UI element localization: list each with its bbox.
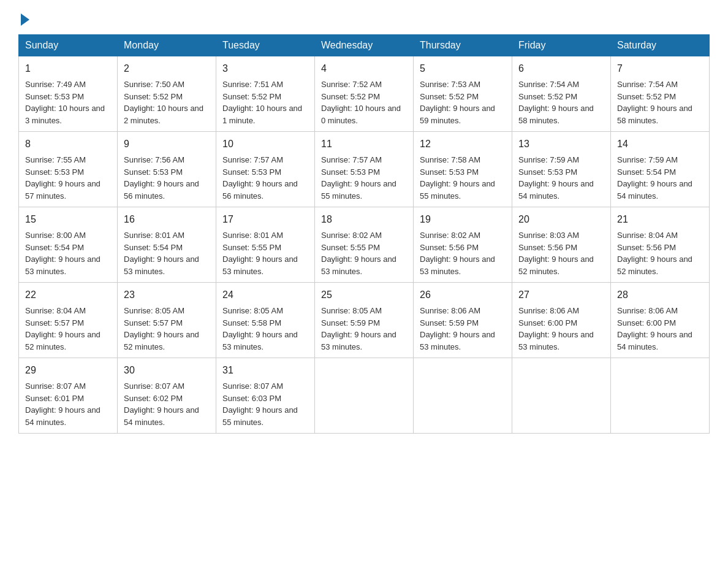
calendar-cell: 11Sunrise: 7:57 AMSunset: 5:53 PMDayligh…: [315, 132, 414, 207]
header-cell-wednesday: Wednesday: [315, 35, 414, 56]
day-number: 31: [222, 363, 308, 378]
day-number: 13: [518, 137, 604, 151]
calendar-week-row: 1Sunrise: 7:49 AMSunset: 5:53 PMDaylight…: [19, 56, 710, 132]
day-number: 26: [420, 288, 506, 302]
calendar-cell: 12Sunrise: 7:58 AMSunset: 5:53 PMDayligh…: [414, 132, 512, 207]
calendar-cell: 7Sunrise: 7:54 AMSunset: 5:52 PMDaylight…: [611, 56, 710, 132]
calendar-cell: [611, 358, 710, 434]
calendar-cell: 8Sunrise: 7:55 AMSunset: 5:53 PMDaylight…: [19, 132, 118, 207]
day-number: 10: [222, 137, 308, 151]
calendar-cell: 30Sunrise: 8:07 AMSunset: 6:02 PMDayligh…: [118, 358, 216, 434]
calendar-cell: 19Sunrise: 8:02 AMSunset: 5:56 PMDayligh…: [414, 207, 512, 283]
day-number: 15: [25, 212, 111, 227]
day-number: 8: [25, 137, 111, 151]
calendar-table: SundayMondayTuesdayWednesdayThursdayFrid…: [18, 34, 710, 434]
calendar-cell: [512, 358, 611, 434]
calendar-cell: 10Sunrise: 7:57 AMSunset: 5:53 PMDayligh…: [216, 132, 315, 207]
calendar-cell: 31Sunrise: 8:07 AMSunset: 6:03 PMDayligh…: [216, 358, 315, 434]
day-number: 14: [617, 137, 703, 151]
calendar-cell: 28Sunrise: 8:06 AMSunset: 6:00 PMDayligh…: [611, 283, 710, 358]
calendar-cell: 3Sunrise: 7:51 AMSunset: 5:52 PMDaylight…: [216, 56, 315, 132]
calendar-cell: 6Sunrise: 7:54 AMSunset: 5:52 PMDaylight…: [512, 56, 611, 132]
day-number: 1: [25, 61, 111, 76]
day-number: 11: [321, 137, 407, 151]
day-number: 23: [124, 288, 210, 302]
day-number: 6: [518, 61, 604, 76]
day-number: 30: [124, 363, 210, 378]
calendar-cell: 5Sunrise: 7:53 AMSunset: 5:52 PMDaylight…: [414, 56, 512, 132]
calendar-week-row: 22Sunrise: 8:04 AMSunset: 5:57 PMDayligh…: [19, 283, 710, 358]
logo: [18, 12, 29, 22]
logo-arrow-icon: [21, 13, 29, 26]
day-number: 16: [124, 212, 210, 227]
day-number: 24: [222, 288, 308, 302]
calendar-cell: 25Sunrise: 8:05 AMSunset: 5:59 PMDayligh…: [315, 283, 414, 358]
day-number: 18: [321, 212, 407, 227]
header-cell-monday: Monday: [118, 35, 216, 56]
calendar-cell: 17Sunrise: 8:01 AMSunset: 5:55 PMDayligh…: [216, 207, 315, 283]
day-number: 28: [617, 288, 703, 302]
calendar-cell: 16Sunrise: 8:01 AMSunset: 5:54 PMDayligh…: [118, 207, 216, 283]
day-number: 25: [321, 288, 407, 302]
calendar-cell: [414, 358, 512, 434]
calendar-week-row: 29Sunrise: 8:07 AMSunset: 6:01 PMDayligh…: [19, 358, 710, 434]
calendar-week-row: 15Sunrise: 8:00 AMSunset: 5:54 PMDayligh…: [19, 207, 710, 283]
calendar-cell: 23Sunrise: 8:05 AMSunset: 5:57 PMDayligh…: [118, 283, 216, 358]
header-cell-thursday: Thursday: [414, 35, 512, 56]
calendar-cell: 18Sunrise: 8:02 AMSunset: 5:55 PMDayligh…: [315, 207, 414, 283]
day-number: 4: [321, 61, 407, 76]
calendar-cell: 27Sunrise: 8:06 AMSunset: 6:00 PMDayligh…: [512, 283, 611, 358]
header-cell-saturday: Saturday: [611, 35, 710, 56]
calendar-cell: 20Sunrise: 8:03 AMSunset: 5:56 PMDayligh…: [512, 207, 611, 283]
calendar-cell: 29Sunrise: 8:07 AMSunset: 6:01 PMDayligh…: [19, 358, 118, 434]
day-number: 3: [222, 61, 308, 76]
calendar-cell: 9Sunrise: 7:56 AMSunset: 5:53 PMDaylight…: [118, 132, 216, 207]
calendar-cell: 21Sunrise: 8:04 AMSunset: 5:56 PMDayligh…: [611, 207, 710, 283]
day-number: 21: [617, 212, 703, 227]
calendar-cell: 22Sunrise: 8:04 AMSunset: 5:57 PMDayligh…: [19, 283, 118, 358]
day-number: 19: [420, 212, 506, 227]
calendar-cell: 24Sunrise: 8:05 AMSunset: 5:58 PMDayligh…: [216, 283, 315, 358]
calendar-cell: 2Sunrise: 7:50 AMSunset: 5:52 PMDaylight…: [118, 56, 216, 132]
calendar-cell: [315, 358, 414, 434]
day-number: 5: [420, 61, 506, 76]
calendar-cell: 1Sunrise: 7:49 AMSunset: 5:53 PMDaylight…: [19, 56, 118, 132]
calendar-cell: 26Sunrise: 8:06 AMSunset: 5:59 PMDayligh…: [414, 283, 512, 358]
calendar-cell: 4Sunrise: 7:52 AMSunset: 5:52 PMDaylight…: [315, 56, 414, 132]
day-number: 12: [420, 137, 506, 151]
day-number: 22: [25, 288, 111, 302]
header-cell-friday: Friday: [512, 35, 611, 56]
calendar-cell: 14Sunrise: 7:59 AMSunset: 5:54 PMDayligh…: [611, 132, 710, 207]
calendar-cell: 15Sunrise: 8:00 AMSunset: 5:54 PMDayligh…: [19, 207, 118, 283]
header-cell-sunday: Sunday: [19, 35, 118, 56]
day-number: 17: [222, 212, 308, 227]
calendar-week-row: 8Sunrise: 7:55 AMSunset: 5:53 PMDaylight…: [19, 132, 710, 207]
calendar-cell: 13Sunrise: 7:59 AMSunset: 5:53 PMDayligh…: [512, 132, 611, 207]
day-number: 27: [518, 288, 604, 302]
header-cell-tuesday: Tuesday: [216, 35, 315, 56]
day-number: 2: [124, 61, 210, 76]
day-number: 7: [617, 61, 703, 76]
day-number: 20: [518, 212, 604, 227]
page-header: [18, 12, 710, 22]
day-number: 29: [25, 363, 111, 378]
calendar-header-row: SundayMondayTuesdayWednesdayThursdayFrid…: [19, 35, 710, 56]
day-number: 9: [124, 137, 210, 151]
